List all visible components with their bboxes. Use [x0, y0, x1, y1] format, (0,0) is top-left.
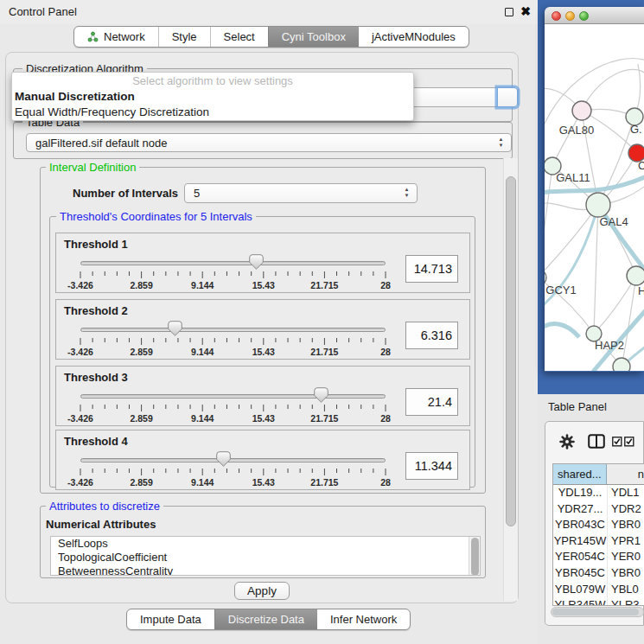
table-row[interactable]: YDR27...YDR2	[553, 501, 644, 518]
table-cell[interactable]: YPR1	[608, 533, 644, 550]
threshold-slider-thumb[interactable]	[314, 387, 328, 403]
table-row[interactable]: YDL19...YDL1	[553, 485, 644, 501]
network-node-gal80[interactable]	[572, 101, 591, 120]
threshold-2-box: Threshold 2-3.4262.8599.14415.4321.71528	[55, 299, 470, 360]
table-panel-body: shared... n YDL19...YDL1YDR27...YDR2YBR0…	[545, 421, 644, 626]
network-canvas[interactable]: GAL80G.CGAL11GAL4GCY1HHAP2	[545, 24, 644, 371]
tick-label: 28	[380, 413, 391, 424]
tab-network[interactable]: Network	[74, 27, 158, 47]
table-row[interactable]: YBL079WYBL0	[553, 582, 644, 598]
tab-infer-network[interactable]: Infer Network	[317, 609, 410, 629]
threshold-value-field[interactable]	[405, 255, 458, 283]
network-window-titlebar[interactable]	[545, 7, 644, 24]
network-edge	[545, 324, 579, 337]
numerical-attributes-list[interactable]: SelfLoopsTopologicalCoefficientBetweenne…	[50, 536, 481, 576]
network-node-8[interactable]	[613, 358, 630, 371]
table-cell[interactable]: YBR043C	[553, 517, 608, 533]
number-of-intervals-label: Number of Intervals	[73, 187, 178, 200]
tab-style[interactable]: Style	[158, 27, 210, 47]
tab-label: Infer Network	[330, 609, 397, 629]
table-row[interactable]: YPR145WYPR1	[553, 533, 644, 550]
table-row[interactable]: YLR345WYLR3	[553, 597, 644, 606]
threshold-slider-track[interactable]	[80, 458, 386, 462]
split-columns-icon[interactable]	[588, 434, 605, 449]
attribute-item-betweennesscentrality[interactable]: BetweennessCentrality	[51, 564, 480, 576]
stepper-arrows-icon[interactable]: ▲▼	[497, 137, 505, 149]
threshold-value-field[interactable]	[405, 388, 458, 416]
table-cell[interactable]: YER0	[608, 549, 644, 565]
checkbox-filters-icon[interactable]	[612, 437, 634, 447]
tab-discretize-data[interactable]: Discretize Data	[214, 609, 317, 629]
attribute-item-selfloops[interactable]: SelfLoops	[51, 537, 480, 551]
minimize-traffic-light-icon[interactable]	[565, 11, 575, 21]
tab-cyni-toolbox[interactable]: Cyni Toolbox	[268, 27, 359, 47]
tab-label: Impute Data	[140, 609, 201, 629]
table-cell[interactable]: YLR3	[608, 597, 644, 606]
panel-scrollbar-thumb[interactable]	[506, 176, 516, 526]
number-of-intervals-value: 5	[194, 184, 200, 202]
table-cell[interactable]: YBR045C	[553, 565, 608, 582]
panel-scrollbar[interactable]	[503, 158, 518, 601]
threshold-slider-thumb[interactable]	[168, 321, 182, 336]
zoom-traffic-light-icon[interactable]	[579, 11, 589, 21]
node-label: GCY1	[545, 284, 576, 296]
algorithm-option-manual-discretization[interactable]: Manual Discretization	[12, 89, 413, 105]
close-traffic-light-icon[interactable]	[552, 11, 561, 21]
table-cell[interactable]: YDR27...	[553, 501, 608, 518]
table-cell[interactable]: YLR345W	[553, 597, 608, 606]
table-cell[interactable]: YDR2	[608, 501, 644, 518]
apply-button[interactable]: Apply	[234, 582, 290, 600]
attributes-scrollbar[interactable]	[469, 537, 480, 575]
float-window-icon[interactable]	[505, 8, 513, 16]
column-header-name[interactable]: n	[607, 464, 644, 484]
tick-label: 2.859	[130, 413, 152, 424]
table-row[interactable]: YBR045CYBR0	[553, 565, 644, 582]
tick-label: -3.426	[67, 347, 93, 357]
attributes-scrollbar-thumb[interactable]	[471, 538, 479, 576]
network-node-h[interactable]	[627, 266, 644, 285]
gear-icon[interactable]	[559, 434, 575, 450]
attribute-item-topologicalcoefficient[interactable]: TopologicalCoefficient	[51, 551, 480, 564]
combobox-focus-cap[interactable]	[497, 87, 518, 107]
network-edge	[545, 205, 598, 277]
algorithm-dropdown-popup: Select algorithm to view settings Manual…	[11, 72, 414, 121]
table-cell[interactable]: YBL0	[608, 582, 644, 598]
close-icon[interactable]: ✖	[520, 4, 531, 18]
table-hscrollbar-thumb[interactable]	[552, 609, 639, 615]
network-desktop: GAL80G.CGAL11GAL4GCY1HHAP2	[538, 0, 644, 394]
network-node-gal4[interactable]	[586, 193, 610, 217]
stepper-arrows-icon[interactable]: ▲▼	[403, 187, 411, 199]
threshold-slider-thumb[interactable]	[249, 254, 264, 270]
tick-label: 9.144	[191, 280, 214, 290]
algorithm-option-equal-width-frequency-discretization[interactable]: Equal Width/Frequency Discretization	[12, 105, 413, 120]
bottom-tabbar: Impute DataDiscretize DataInfer Network	[126, 609, 411, 630]
table-data-combobox[interactable]: galFiltered.sif default node ▲▼	[26, 133, 512, 152]
threshold-slider-thumb[interactable]	[216, 451, 231, 467]
table-cell[interactable]: YBR0	[608, 565, 644, 582]
number-of-intervals-combobox[interactable]: 5 ▲▼	[184, 183, 418, 203]
slider-tick-scale: -3.4262.8599.14415.4321.71528	[56, 403, 464, 425]
node-label: GAL4	[599, 215, 628, 228]
threshold-value-field[interactable]	[405, 452, 458, 480]
tick-label: 21.715	[310, 347, 338, 357]
table-cell[interactable]: YDL1	[608, 485, 644, 501]
table-row[interactable]: YER054CYER0	[553, 549, 644, 565]
threshold-slider-track[interactable]	[80, 328, 386, 332]
threshold-slider-track[interactable]	[80, 261, 386, 265]
column-header-shared-name[interactable]: shared...	[553, 464, 607, 484]
tab-jactivemnodules[interactable]: jActiveMNodules	[359, 27, 469, 47]
table-cell[interactable]: YBR0	[608, 517, 644, 533]
threshold-value-field[interactable]	[405, 322, 458, 349]
table-row[interactable]: YBR043CYBR0	[553, 517, 644, 533]
threshold-slider-track[interactable]	[80, 394, 386, 399]
tab-impute-data[interactable]: Impute Data	[127, 609, 214, 629]
tick-label: 15.43	[252, 413, 275, 424]
table-cell[interactable]: YER054C	[553, 549, 608, 565]
table-hscrollbar[interactable]	[551, 607, 644, 617]
tick-label: 15.43	[252, 280, 275, 290]
table-cell[interactable]: YPR145W	[553, 533, 608, 550]
table-cell[interactable]: YDL19...	[553, 485, 608, 501]
table-cell[interactable]: YBL079W	[553, 582, 608, 598]
tab-select[interactable]: Select	[210, 27, 268, 47]
attributes-groupbox: Attributes to discretize Numerical Attri…	[40, 506, 486, 578]
